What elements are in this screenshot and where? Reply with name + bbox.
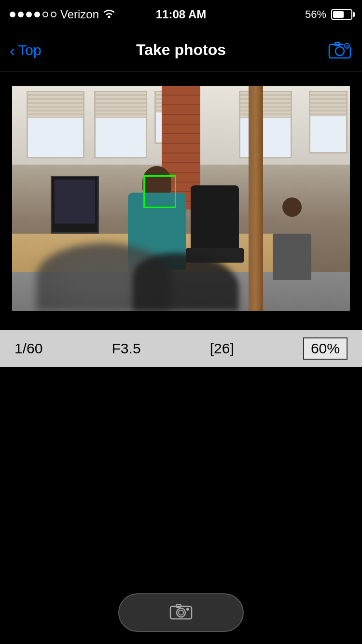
- zoom-level: 60%: [303, 337, 348, 360]
- aperture: F3.5: [112, 340, 141, 357]
- svg-point-8: [177, 608, 185, 617]
- window-5: [309, 91, 348, 154]
- nav-bar: ‹ Top Take photos ⚙: [0, 29, 362, 71]
- camera-settings-icon: ⚙: [327, 40, 352, 61]
- back-label: Top: [18, 42, 41, 58]
- svg-point-0: [108, 16, 111, 18]
- monitor-screen: [55, 180, 96, 224]
- iso-value: [26]: [210, 340, 234, 357]
- status-right: 56%: [305, 8, 352, 21]
- nav-title: Take photos: [136, 41, 226, 59]
- back-button[interactable]: ‹ Top: [10, 42, 42, 58]
- shutter-speed: 1/60: [14, 340, 42, 357]
- viewfinder-container: [0, 71, 362, 321]
- wifi-icon: [103, 8, 115, 21]
- svg-point-2: [335, 47, 344, 56]
- monitor: [51, 176, 99, 234]
- window-1: [27, 91, 84, 158]
- shutter-camera-icon: [169, 602, 193, 624]
- battery-icon: [331, 9, 352, 20]
- signal-dot-5: [42, 12, 48, 17]
- svg-point-9: [179, 610, 183, 615]
- status-bar: Verizon 11:08 AM 56%: [0, 0, 362, 29]
- status-time: 11:08 AM: [156, 8, 206, 21]
- chevron-left-icon: ‹: [10, 42, 15, 58]
- background-person: [273, 214, 311, 272]
- camera-info-bar: 1/60 F3.5 [26] 60%: [0, 330, 362, 367]
- window-2: [94, 91, 147, 158]
- signal-dot-3: [26, 12, 32, 17]
- shutter-area: [0, 581, 362, 644]
- signal-dot-2: [18, 12, 24, 17]
- signal-dot-6: [51, 12, 56, 17]
- battery-percentage: 56%: [305, 8, 326, 21]
- svg-point-11: [186, 608, 189, 611]
- carrier-label: Verizon: [60, 8, 99, 21]
- focus-box: [143, 175, 176, 208]
- camera-scene: [12, 86, 350, 311]
- signal-dots: [10, 12, 56, 17]
- viewfinder[interactable]: [12, 86, 350, 311]
- status-left: Verizon: [10, 8, 115, 21]
- wood-column: [249, 86, 263, 311]
- svg-text:⚙: ⚙: [346, 44, 349, 49]
- signal-dot-1: [10, 12, 15, 17]
- settings-button[interactable]: ⚙: [327, 40, 352, 61]
- window-4: [239, 91, 292, 158]
- shutter-button[interactable]: [118, 593, 244, 632]
- signal-dot-4: [34, 12, 40, 17]
